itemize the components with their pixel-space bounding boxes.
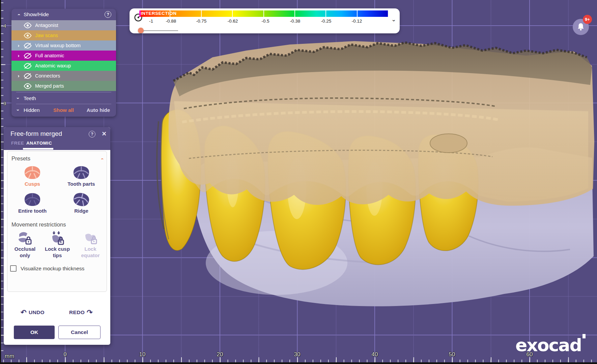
- colorbar: INTERSECTION -1 -0.88 -0.75 -0.62 -0.5 -…: [139, 10, 389, 31]
- visualize-thickness-checkbox[interactable]: [10, 265, 17, 272]
- collapse-colorbar-chevron-icon[interactable]: ›: [391, 20, 397, 22]
- eye-off-icon[interactable]: [24, 63, 32, 69]
- preset-tooth-parts[interactable]: Tooth parts: [61, 165, 102, 187]
- chevron-up-icon[interactable]: ›: [99, 158, 105, 160]
- tab-free[interactable]: FREE: [11, 141, 24, 146]
- preset-ridge[interactable]: Ridge: [61, 192, 102, 214]
- colorbar-tick: -0.5: [261, 19, 269, 24]
- layer-label: Anatomic waxup: [35, 63, 71, 68]
- colorbar-tick: -0.38: [290, 19, 301, 24]
- threshold-slider-handle[interactable]: [138, 28, 144, 33]
- preset-label: Ridge: [61, 208, 102, 214]
- restriction-lock-cusp-tips[interactable]: Lock cusptips: [41, 231, 74, 259]
- layer-row-virtual-waxup-bottom[interactable]: › Virtual waxup bottom: [11, 40, 116, 51]
- redo-arrow-icon: ↷: [87, 308, 93, 316]
- show-hide-panel: › Show/Hide ? Antagonist Jaw scans › Vir…: [11, 9, 116, 117]
- restriction-occlusal-only[interactable]: Occlusalonly: [9, 231, 41, 259]
- eye-icon[interactable]: [24, 83, 32, 89]
- colorbar-tick: -0.75: [196, 19, 207, 24]
- restriction-label: Lockequator: [74, 246, 107, 259]
- layer-label: Jaw scans: [35, 33, 58, 38]
- ok-button[interactable]: OK: [14, 326, 55, 339]
- x-ruler-label: 30: [294, 351, 301, 358]
- occlusal-only-icon: [17, 231, 33, 246]
- layer-label: Antagonist: [35, 23, 58, 28]
- x-ruler-label: 20: [217, 351, 223, 358]
- colorbar-tick: -0.88: [166, 19, 176, 24]
- layer-row-merged-parts[interactable]: Merged parts: [11, 81, 116, 91]
- logo-cursor-mark: [582, 334, 586, 338]
- hidden-section-row[interactable]: › Hidden Show all Auto hide: [11, 105, 116, 115]
- layer-row-anatomic-waxup[interactable]: Anatomic waxup: [11, 61, 116, 71]
- free-form-merged-panel: Free-form merged ? × FREE ANATOMIC Prese…: [4, 127, 110, 345]
- layer-label: Full anatomic: [35, 53, 64, 58]
- eye-off-icon[interactable]: [24, 53, 32, 59]
- collapse-chevron-icon[interactable]: ›: [16, 12, 21, 17]
- left-edge: [0, 0, 1, 364]
- layer-row-connectors[interactable]: › Connectors: [11, 71, 116, 81]
- redo-button[interactable]: REDO ↷: [69, 308, 95, 316]
- layer-row-jaw-scans[interactable]: Jaw scans: [11, 30, 116, 40]
- cusps-icon: [23, 165, 42, 180]
- bottom-ruler-ticks: [0, 357, 597, 362]
- help-icon[interactable]: ?: [89, 131, 95, 138]
- threshold-slider-track[interactable]: [140, 30, 178, 31]
- entire-tooth-icon: [23, 192, 42, 207]
- eye-off-icon[interactable]: [24, 43, 32, 49]
- layer-row-antagonist[interactable]: Antagonist: [11, 20, 116, 30]
- y-ruler-label: 4: [3, 23, 6, 29]
- panel-title: Free-form merged: [10, 130, 62, 138]
- chevron-down-icon[interactable]: ›: [16, 107, 21, 113]
- show-hide-header[interactable]: › Show/Hide ?: [11, 9, 116, 20]
- undo-arrow-icon: ↶: [21, 308, 27, 316]
- preset-entire-tooth[interactable]: Entire tooth: [12, 192, 53, 214]
- anatomic-options-card: Presets › Cusps Tooth parts: [7, 151, 107, 292]
- eye-off-icon[interactable]: [24, 73, 32, 79]
- auto-hide-button[interactable]: Auto hide: [87, 107, 110, 113]
- movement-section-title: Movement restrictions: [11, 221, 66, 228]
- colorbar-tick: -0.62: [228, 19, 238, 24]
- layer-row-full-anatomic[interactable]: › Full anatomic: [11, 51, 116, 61]
- x-ruler-label: 0: [63, 351, 66, 358]
- tooth-parts-icon: [72, 165, 91, 180]
- restriction-lock-equator: Lockequator: [74, 231, 107, 259]
- restriction-label: Occlusalonly: [9, 246, 41, 259]
- preset-label: Tooth parts: [61, 181, 102, 187]
- expand-chevron-icon[interactable]: ›: [16, 73, 21, 79]
- teeth-section-row[interactable]: › Teeth: [11, 93, 116, 103]
- close-icon[interactable]: ×: [102, 129, 106, 138]
- exocad-logo: exocad: [515, 334, 586, 354]
- preset-label: Entire tooth: [12, 208, 53, 214]
- x-ruler-label: 40: [372, 351, 378, 358]
- expand-chevron-icon[interactable]: ›: [16, 42, 21, 48]
- undo-button[interactable]: ↶ UNDO: [19, 308, 45, 316]
- bottom-edge: [0, 362, 597, 364]
- tab-anatomic[interactable]: ANATOMIC: [26, 141, 52, 146]
- x-ruler-label: 50: [449, 351, 455, 358]
- chevron-down-icon[interactable]: ›: [16, 95, 21, 101]
- intersection-colorbar-panel: INTERSECTION -1 -0.88 -0.75 -0.62 -0.5 -…: [130, 8, 400, 33]
- gradient-bar: INTERSECTION: [139, 10, 389, 17]
- preset-cusps[interactable]: Cusps: [12, 165, 53, 187]
- x-ruler-label: 10: [139, 351, 146, 358]
- show-all-button[interactable]: Show all: [53, 107, 74, 113]
- colorbar-title: INTERSECTION: [141, 11, 177, 16]
- lock-equator-icon: [83, 231, 98, 246]
- divider: [16, 104, 111, 104]
- cancel-button[interactable]: Cancel: [58, 326, 101, 339]
- colorbar-tick: -0.25: [321, 19, 332, 24]
- panel-title: Show/Hide: [24, 11, 49, 18]
- teeth-section-label: Teeth: [24, 95, 36, 101]
- layer-label: Virtual waxup bottom: [35, 43, 81, 48]
- visualize-thickness-label: Visualize mockup thickness: [21, 266, 84, 272]
- expand-chevron-icon[interactable]: ›: [16, 53, 21, 58]
- help-icon[interactable]: ?: [105, 11, 111, 18]
- layer-label: Merged parts: [35, 83, 64, 89]
- eye-icon[interactable]: [24, 33, 32, 38]
- lock-cusp-tips-icon: [50, 231, 65, 246]
- free-form-header: Free-form merged ? × FREE ANATOMIC: [4, 127, 110, 150]
- ruler-unit-label: mm: [5, 353, 14, 360]
- active-tab-underline: [23, 148, 53, 150]
- eye-icon[interactable]: [24, 23, 32, 28]
- divider: [16, 92, 111, 92]
